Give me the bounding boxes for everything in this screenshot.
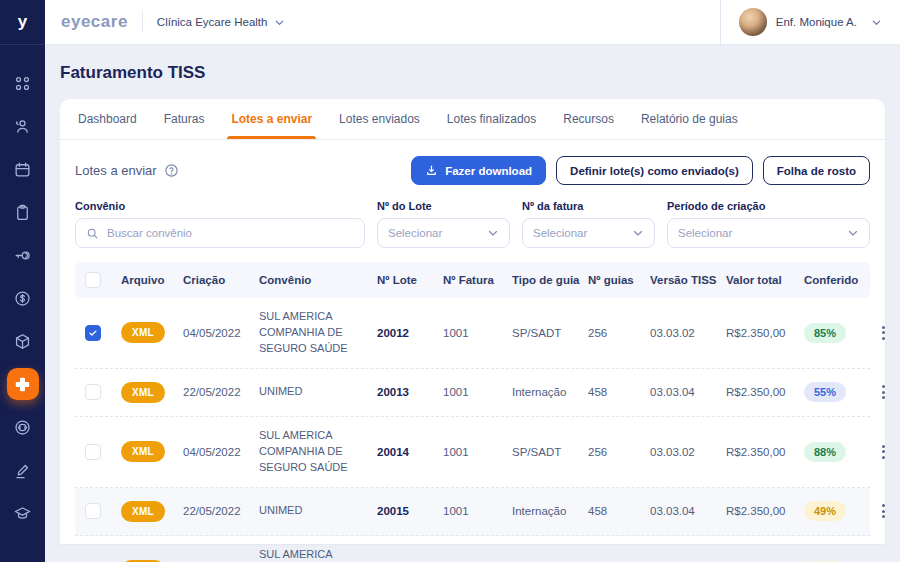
page-title: Faturamento TISS	[60, 63, 885, 83]
chevron-down-icon	[274, 17, 285, 28]
sidebar-item-key[interactable]	[7, 239, 39, 271]
table-row: XML04/05/2022SUL AMERICA COMPANHIA DE SE…	[75, 536, 870, 562]
conferido-badge: 88%	[804, 442, 846, 462]
tab-relat-rio-de-guias[interactable]: Relatório de guias	[641, 99, 738, 139]
sidebar-item-pencil[interactable]	[7, 454, 39, 486]
help-icon[interactable]	[164, 163, 179, 178]
xml-file-badge[interactable]: XML	[121, 501, 165, 522]
section-actions: Fazer download Definir lote(s) como envi…	[411, 156, 870, 185]
lots-table: Arquivo Criação Convênio Nº Lote Nº Fatu…	[75, 262, 870, 562]
row-actions-button[interactable]	[878, 322, 889, 344]
select-value-n-do-lote[interactable]	[388, 227, 479, 239]
cell-conferido: 55%	[804, 382, 876, 402]
cell-created: 22/05/2022	[183, 505, 257, 517]
search-input[interactable]	[107, 227, 354, 239]
money-icon	[13, 289, 32, 308]
chevron-down-icon	[847, 227, 859, 239]
row-checkbox[interactable]	[85, 384, 101, 400]
select-per-odo-de-cria-o[interactable]	[667, 218, 870, 248]
col-header-guides: Nº guias	[588, 274, 648, 286]
sidebar-item-calendar[interactable]	[7, 153, 39, 185]
clinic-selector[interactable]: Clínica Eycare Health	[157, 16, 286, 28]
row-checkbox[interactable]	[85, 503, 101, 519]
sidebar-item-money[interactable]	[7, 282, 39, 314]
download-button-label: Fazer download	[445, 165, 532, 177]
sidebar: y	[0, 0, 45, 562]
tab-bar: DashboardFaturasLotes a enviarLotes envi…	[60, 99, 885, 140]
filter-label: Nº da fatura	[522, 200, 655, 212]
sidebar-item-clipboard[interactable]	[7, 196, 39, 228]
table-row: XML04/05/2022SUL AMERICA COMPANHIA DE SE…	[75, 298, 870, 369]
tab-lotes-finalizados[interactable]: Lotes finalizados	[447, 99, 536, 139]
sidebar-item-grid[interactable]	[7, 67, 39, 99]
mark-sent-button[interactable]: Definir lote(s) como enviado(s)	[556, 156, 753, 185]
clipboard-icon	[13, 203, 32, 222]
cell-guide-type: Internação	[512, 386, 586, 398]
sidebar-item-helm[interactable]	[7, 411, 39, 443]
filter-conv-nio: Convênio	[75, 200, 365, 248]
filter-n-da-fatura: Nº da fatura	[522, 200, 655, 248]
row-actions-button[interactable]	[878, 500, 889, 522]
cell-tiss-version: 03.03.02	[650, 446, 724, 458]
filter-per-odo-de-cria-o: Período de criação	[667, 200, 870, 248]
section-title: Lotes a enviar	[75, 163, 179, 178]
row-checkbox[interactable]	[85, 444, 101, 460]
download-icon	[425, 164, 438, 177]
medical-cross-icon	[13, 375, 32, 394]
cell-guides: 458	[588, 386, 648, 398]
cell-lot: 20015	[377, 505, 441, 517]
cell-conferido: 49%	[804, 501, 876, 521]
cell-total: R$2.350,00	[726, 446, 802, 458]
sidebar-item-package[interactable]	[7, 325, 39, 357]
select-n-do-lote[interactable]	[377, 218, 510, 248]
table-row: XML04/05/2022SUL AMERICA COMPANHIA DE SE…	[75, 417, 870, 488]
tab-lotes-enviados[interactable]: Lotes enviados	[339, 99, 420, 139]
col-header-lot: Nº Lote	[377, 274, 441, 286]
tab-dashboard[interactable]: Dashboard	[78, 99, 137, 139]
avatar[interactable]	[739, 8, 767, 36]
table-row: XML22/05/2022UNIMED200151001Internação45…	[75, 488, 870, 536]
row-checkbox[interactable]	[85, 325, 101, 341]
section-head: Lotes a enviar Fazer download Definir lo…	[60, 140, 885, 198]
row-actions-button[interactable]	[878, 441, 889, 463]
select-value-n-da-fatura[interactable]	[533, 227, 624, 239]
select-n-da-fatura[interactable]	[522, 218, 655, 248]
cell-created: 22/05/2022	[183, 386, 257, 398]
cell-invoice: 1001	[443, 505, 510, 517]
user-menu[interactable]: Enf. Monique A.	[776, 16, 882, 28]
select-all-checkbox[interactable]	[85, 272, 101, 288]
cover-sheet-button[interactable]: Folha de rosto	[763, 156, 870, 185]
xml-file-badge[interactable]: XML	[121, 322, 165, 343]
topbar-user-area: Enf. Monique A.	[720, 0, 900, 44]
cell-tiss-version: 03.03.04	[650, 386, 724, 398]
xml-file-badge[interactable]: XML	[121, 382, 165, 403]
search-input-box[interactable]	[75, 218, 365, 248]
sidebar-item-medical-cross[interactable]	[7, 368, 39, 400]
search-icon	[86, 227, 99, 240]
sidebar-item-patients[interactable]	[7, 110, 39, 142]
download-button[interactable]: Fazer download	[411, 156, 546, 185]
sidebar-item-graduation-cap[interactable]	[7, 497, 39, 529]
grid-icon	[13, 74, 32, 93]
cell-total: R$2.350,00	[726, 327, 802, 339]
tab-faturas[interactable]: Faturas	[164, 99, 205, 139]
conferido-badge: 55%	[804, 382, 846, 402]
tab-lotes-a-enviar[interactable]: Lotes a enviar	[231, 99, 312, 139]
col-header-guide-type: Tipo de guia	[512, 274, 586, 286]
calendar-icon	[13, 160, 32, 179]
select-value-per-odo-de-cria-o[interactable]	[678, 227, 839, 239]
xml-file-badge[interactable]: XML	[121, 441, 165, 462]
topbar-divider	[142, 11, 143, 33]
tab-recursos[interactable]: Recursos	[563, 99, 614, 139]
cell-tiss-version: 03.03.02	[650, 327, 724, 339]
table-header-row: Arquivo Criação Convênio Nº Lote Nº Fatu…	[75, 262, 870, 298]
section-title-text: Lotes a enviar	[75, 163, 157, 178]
cell-guide-type: Internação	[512, 505, 586, 517]
filter-n-do-lote: Nº do Lote	[377, 200, 510, 248]
col-header-total: Valor total	[726, 274, 802, 286]
brand-logo[interactable]: y	[0, 0, 45, 45]
chevron-down-icon	[871, 17, 882, 28]
cell-total: R$2.350,00	[726, 386, 802, 398]
row-actions-button[interactable]	[878, 381, 889, 403]
cell-file: XML	[121, 441, 181, 462]
